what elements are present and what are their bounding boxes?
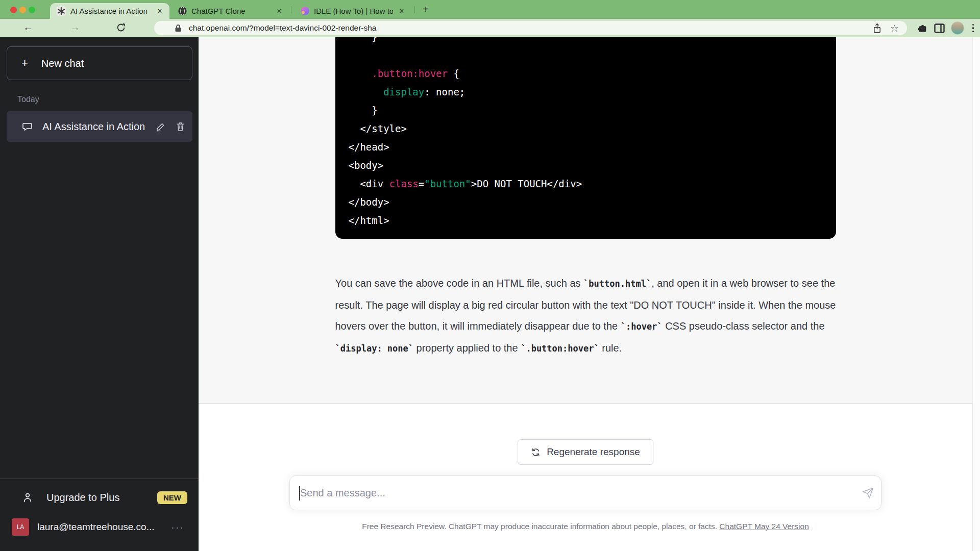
account-menu-button[interactable]: LA laura@teamtreehouse.co... ··· xyxy=(7,513,192,541)
tab-title: ChatGPT Clone xyxy=(191,7,271,15)
message-input[interactable] xyxy=(290,487,854,499)
tab-title: IDLE (How To) | How to Install xyxy=(314,7,393,15)
regenerate-icon xyxy=(531,447,541,457)
send-button[interactable] xyxy=(854,475,881,510)
disclaimer-body: Free Research Preview. ChatGPT may produ… xyxy=(362,522,719,531)
account-email: laura@teamtreehouse.co... xyxy=(37,521,163,533)
upgrade-to-plus-button[interactable]: Upgrade to Plus NEW xyxy=(7,484,192,511)
chatgpt-favicon-icon xyxy=(56,6,66,16)
address-bar[interactable]: chat.openai.com/?model=text-davinci-002-… xyxy=(154,21,907,35)
chat-title: AI Assistance in Action xyxy=(42,121,145,133)
delete-trash-icon[interactable] xyxy=(176,121,185,132)
bookmark-star-icon[interactable]: ☆ xyxy=(890,23,899,33)
code-block: } .button:hover { display: none; } </sty… xyxy=(335,37,836,239)
tab-close-icon[interactable]: × xyxy=(397,7,406,16)
plus-icon: + xyxy=(21,57,28,70)
send-plane-icon xyxy=(862,487,874,499)
side-panel-icon[interactable] xyxy=(934,23,945,33)
new-tab-button[interactable]: + xyxy=(420,4,432,16)
regenerate-label: Regenerate response xyxy=(547,446,640,458)
url-text[interactable]: chat.openai.com/?model=text-davinci-002-… xyxy=(189,23,872,33)
tab-title: AI Assistance in Action xyxy=(70,7,151,15)
message-composer xyxy=(289,475,881,510)
chat-bubble-icon xyxy=(22,121,32,132)
chat-main: } .button:hover { display: none; } </sty… xyxy=(199,37,972,551)
padlock-icon xyxy=(175,24,182,32)
disclaimer-text: Free Research Preview. ChatGPT may produ… xyxy=(199,522,972,531)
text-caret xyxy=(299,486,300,500)
history-section-label: Today xyxy=(17,95,39,104)
tab-chatgpt-clone[interactable]: ChatGPT Clone × xyxy=(172,3,289,19)
window-minimize-button[interactable] xyxy=(19,7,26,13)
tab-separator xyxy=(291,6,291,13)
upgrade-label: Upgrade to Plus xyxy=(46,492,144,504)
sidebar: + New chat Today AI Assistance in Action xyxy=(0,37,199,551)
browser-tab-bar: AI Assistance in Action × ChatGPT Clone … xyxy=(0,0,980,19)
person-icon xyxy=(22,492,33,503)
sidebar-chat-item[interactable]: AI Assistance in Action xyxy=(7,111,192,142)
browser-profile-avatar[interactable] xyxy=(951,21,964,35)
forward-button[interactable]: → xyxy=(68,21,82,33)
new-chat-label: New chat xyxy=(41,58,84,69)
chatgpt-page: + New chat Today AI Assistance in Action xyxy=(0,37,980,551)
sidebar-footer: Upgrade to Plus NEW LA laura@teamtreehou… xyxy=(0,479,199,551)
extensions-icon[interactable] xyxy=(917,23,928,34)
composer-zone: Regenerate response Free Research Previe… xyxy=(199,404,972,551)
tab-idle-how-to[interactable]: IDLE (How To) | How to Install × xyxy=(294,3,411,19)
account-avatar: LA xyxy=(12,518,29,536)
back-button[interactable]: ← xyxy=(21,21,35,33)
regenerate-response-button[interactable]: Regenerate response xyxy=(518,439,653,465)
account-options-icon[interactable]: ··· xyxy=(171,521,192,533)
edit-pencil-icon[interactable] xyxy=(156,122,165,132)
new-chat-button[interactable]: + New chat xyxy=(7,46,192,80)
reload-icon xyxy=(116,22,126,33)
share-icon[interactable] xyxy=(872,23,882,34)
assistant-paragraph: You can save the above code in an HTML f… xyxy=(335,273,836,359)
page-scrollbar[interactable] xyxy=(972,37,980,551)
assistant-message: } .button:hover { display: none; } </sty… xyxy=(199,37,972,404)
window-zoom-button[interactable] xyxy=(29,7,35,13)
browser-toolbar: ← → chat.openai.com/?model=text-davinci-… xyxy=(0,19,980,37)
globe-favicon-icon xyxy=(178,6,187,16)
new-badge: NEW xyxy=(157,491,187,504)
tab-separator xyxy=(414,6,415,13)
colorful-favicon-icon xyxy=(300,6,310,16)
tab-close-icon[interactable]: × xyxy=(155,7,164,16)
window-close-button[interactable] xyxy=(10,7,17,13)
tab-ai-assistance[interactable]: AI Assistance in Action × xyxy=(50,3,169,19)
browser-menu-icon[interactable] xyxy=(970,24,976,33)
reload-button[interactable] xyxy=(116,22,129,33)
tab-close-icon[interactable]: × xyxy=(275,7,284,16)
version-link[interactable]: ChatGPT May 24 Version xyxy=(719,522,808,531)
